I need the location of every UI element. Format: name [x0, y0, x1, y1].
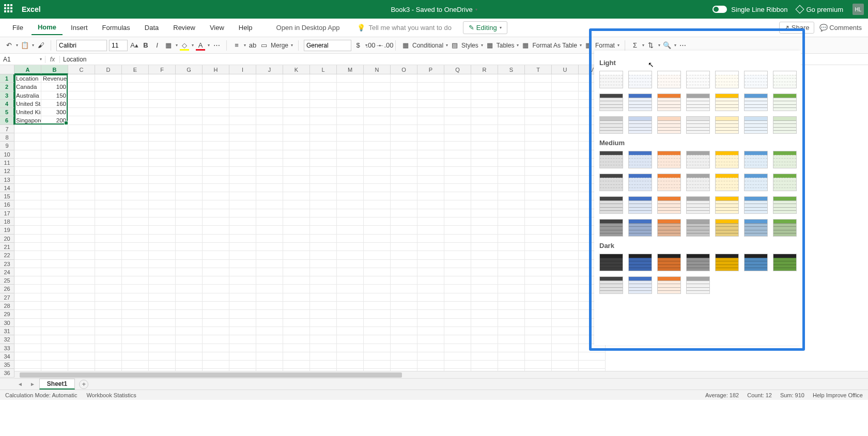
cell[interactable] [552, 344, 579, 352]
column-header[interactable]: C [68, 65, 95, 74]
cell[interactable] [122, 83, 149, 91]
cells-area[interactable]: LocationRevenueCanada100Australia150Unit… [14, 74, 606, 378]
cell[interactable] [391, 276, 417, 285]
cell[interactable] [283, 268, 310, 276]
cell[interactable] [203, 184, 229, 192]
cell[interactable] [283, 226, 310, 234]
cell[interactable] [364, 327, 391, 335]
cell[interactable] [122, 74, 149, 83]
cell[interactable] [417, 327, 444, 335]
cell[interactable] [498, 310, 525, 318]
cell[interactable] [471, 226, 498, 234]
cell[interactable] [203, 217, 229, 226]
cell[interactable] [364, 192, 391, 200]
cell[interactable] [310, 235, 337, 243]
cell[interactable] [552, 133, 579, 142]
single-line-ribbon-toggle[interactable]: Single Line Ribbon [712, 6, 787, 13]
cell[interactable] [14, 200, 41, 209]
cell[interactable] [256, 108, 283, 116]
table-style-swatch[interactable] [773, 219, 797, 237]
cell[interactable] [229, 100, 256, 108]
cell[interactable] [41, 217, 68, 226]
cell[interactable] [122, 192, 149, 200]
tab-review[interactable]: Review [167, 21, 202, 35]
table-style-swatch[interactable] [744, 219, 768, 237]
cell[interactable] [417, 159, 444, 167]
column-header[interactable]: H [203, 65, 229, 74]
cell[interactable] [256, 91, 283, 100]
cell[interactable] [68, 116, 95, 124]
table-style-swatch[interactable] [628, 94, 652, 111]
cell[interactable] [364, 116, 391, 124]
cell[interactable] [525, 268, 552, 276]
cell[interactable] [14, 125, 41, 133]
cell[interactable] [498, 142, 525, 150]
row-header[interactable]: 16 [0, 200, 14, 209]
cell[interactable] [310, 335, 337, 344]
cell[interactable] [471, 192, 498, 200]
cell[interactable] [391, 192, 417, 200]
cell[interactable] [256, 100, 283, 108]
cell[interactable] [337, 91, 364, 100]
cell[interactable] [552, 319, 579, 327]
cell[interactable] [552, 74, 579, 83]
cell[interactable] [471, 108, 498, 116]
cell[interactable] [95, 176, 122, 184]
row-header[interactable]: 26 [0, 285, 14, 293]
cell[interactable] [364, 285, 391, 293]
cell[interactable] [417, 319, 444, 327]
cell[interactable] [229, 116, 256, 124]
row-header[interactable]: 3 [0, 91, 14, 100]
cell[interactable] [149, 310, 176, 318]
cell[interactable] [471, 251, 498, 259]
cell[interactable] [417, 276, 444, 285]
cell[interactable] [364, 361, 391, 369]
font-size-combo[interactable] [109, 40, 128, 51]
cell[interactable] [203, 361, 229, 369]
cell[interactable] [471, 142, 498, 150]
cell[interactable] [68, 226, 95, 234]
cell[interactable] [337, 74, 364, 83]
cell[interactable] [498, 293, 525, 302]
cell[interactable] [498, 133, 525, 142]
cell[interactable] [552, 327, 579, 335]
cell[interactable] [176, 327, 203, 335]
cell[interactable] [444, 327, 471, 335]
cell[interactable] [229, 235, 256, 243]
cell[interactable] [498, 319, 525, 327]
cell[interactable] [283, 100, 310, 108]
cell[interactable] [391, 335, 417, 344]
cell[interactable] [525, 209, 552, 217]
cell[interactable] [95, 260, 122, 268]
cell[interactable] [122, 142, 149, 150]
cell[interactable] [256, 142, 283, 150]
cell[interactable] [256, 235, 283, 243]
cell[interactable] [176, 352, 203, 361]
cell[interactable] [444, 108, 471, 116]
table-style-swatch[interactable] [744, 196, 768, 214]
cell[interactable] [149, 159, 176, 167]
cell[interactable] [391, 310, 417, 318]
cell[interactable] [203, 335, 229, 344]
cell[interactable]: Australia [14, 91, 41, 100]
row-header[interactable]: 12 [0, 167, 14, 175]
table-style-swatch[interactable] [715, 151, 739, 168]
cell[interactable] [417, 150, 444, 159]
cell[interactable] [364, 125, 391, 133]
cell[interactable] [337, 285, 364, 293]
cell[interactable] [310, 285, 337, 293]
cell[interactable] [310, 276, 337, 285]
cell[interactable] [444, 319, 471, 327]
cell[interactable] [95, 302, 122, 310]
cell[interactable] [498, 100, 525, 108]
cell[interactable] [417, 176, 444, 184]
cell[interactable] [256, 302, 283, 310]
cell[interactable] [552, 335, 579, 344]
cell[interactable] [176, 344, 203, 352]
cell[interactable] [203, 235, 229, 243]
cell[interactable] [41, 243, 68, 251]
cell[interactable] [229, 83, 256, 91]
cell[interactable] [229, 159, 256, 167]
table-style-swatch[interactable] [686, 94, 710, 111]
cell[interactable] [337, 260, 364, 268]
